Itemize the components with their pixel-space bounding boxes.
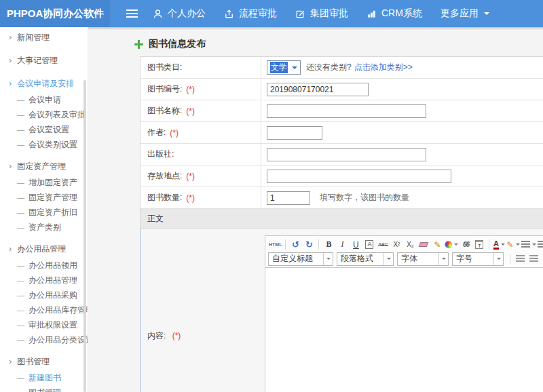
sidebar-item-meeting-category[interactable]: —会议类别设置 bbox=[0, 137, 88, 152]
chevron-right-icon: › bbox=[9, 32, 12, 42]
nav-item-more-apps[interactable]: 更多应用 bbox=[441, 7, 489, 20]
format-brush-icon[interactable]: ✎ bbox=[431, 239, 443, 251]
subscript-icon[interactable]: X₂ bbox=[404, 239, 416, 251]
dropdown-arrow-icon[interactable] bbox=[383, 253, 393, 265]
sidebar: ›新闻管理 ›大事记管理 ›会议申请及安排 —会议申请 —会议列表及审批 —会议… bbox=[0, 27, 88, 392]
dash-icon: — bbox=[17, 374, 24, 382]
font-family-dropdown[interactable]: 字体 bbox=[397, 252, 449, 266]
sidebar-group-meeting[interactable]: ›会议申请及安排 bbox=[0, 75, 88, 92]
sidebar-item-supplies-claim[interactable]: —办公用品领用 bbox=[0, 258, 88, 273]
top-bar: PHPOA协同办公软件 个人办公 流程审批 集团审批 bbox=[0, 0, 543, 27]
html-source-button[interactable]: HTML bbox=[269, 239, 282, 251]
paste-as-text-icon[interactable]: T bbox=[473, 239, 485, 251]
sidebar-item-meeting-apply[interactable]: —会议申请 bbox=[0, 92, 88, 107]
sidebar-item-supplies-manage[interactable]: —办公用品管理 bbox=[0, 273, 88, 288]
superscript-icon[interactable]: X² bbox=[390, 239, 402, 251]
select-arrow-icon bbox=[292, 66, 297, 72]
undo-icon[interactable]: ↺ bbox=[289, 239, 301, 251]
add-category-link[interactable]: 点击添加类别>> bbox=[354, 62, 413, 73]
toolbar-row-2: 自定义标题 段落格式 字体 字号 ∞ bbox=[268, 252, 543, 266]
nav-item-crm-system[interactable]: CRM系统 bbox=[367, 7, 422, 20]
chevron-right-icon: › bbox=[9, 78, 12, 88]
paragraph-format-dropdown[interactable]: 段落格式 bbox=[337, 252, 394, 266]
color-palette-icon[interactable] bbox=[445, 239, 458, 251]
sidebar-group-office-supplies[interactable]: ›办公用品管理 bbox=[0, 240, 88, 258]
sidebar-item-asset-category[interactable]: —资产类别 bbox=[0, 220, 88, 235]
dropdown-arrow-icon[interactable] bbox=[323, 253, 333, 265]
sidebar-item-book-manage[interactable]: —图书管理 bbox=[0, 385, 88, 392]
category-select[interactable]: 文学 bbox=[267, 60, 301, 75]
custom-heading-dropdown[interactable]: 自定义标题 bbox=[268, 252, 333, 266]
book-number-input[interactable] bbox=[267, 83, 369, 96]
font-color-icon[interactable]: A bbox=[493, 239, 505, 251]
dash-icon: — bbox=[17, 193, 24, 201]
ordered-list-icon[interactable] bbox=[521, 239, 536, 251]
book-name-input[interactable] bbox=[267, 104, 426, 118]
sidebar-group-fixed-assets[interactable]: ›固定资产管理 bbox=[0, 157, 88, 175]
sidebar-item-new-book[interactable]: —新建图书 bbox=[0, 370, 88, 385]
nav-item-group-approval[interactable]: 集团审批 bbox=[295, 7, 348, 20]
chevron-right-icon: › bbox=[9, 55, 12, 65]
char-border-icon[interactable]: A bbox=[363, 239, 375, 251]
highlight-pen-icon[interactable]: ✎ bbox=[506, 239, 519, 251]
category-note: 还没有类别? bbox=[306, 62, 352, 73]
dash-icon: — bbox=[17, 223, 24, 231]
strikethrough-icon[interactable]: ABC bbox=[377, 239, 389, 251]
hamburger-menu-icon[interactable] bbox=[126, 7, 138, 20]
dropdown-arrow-icon[interactable] bbox=[438, 253, 448, 265]
unordered-list-icon[interactable] bbox=[538, 239, 543, 251]
underline-icon[interactable]: U bbox=[350, 239, 362, 251]
blockquote-icon[interactable]: 66 bbox=[460, 239, 472, 251]
align-center-icon[interactable] bbox=[527, 253, 540, 265]
author-input[interactable] bbox=[267, 126, 322, 140]
italic-icon[interactable]: I bbox=[336, 239, 348, 251]
font-size-dropdown[interactable]: 字号 bbox=[452, 252, 504, 266]
field-label: 作者: bbox=[147, 127, 166, 138]
quantity-input[interactable] bbox=[267, 191, 310, 205]
table-row-book-name: 图书名称:(*) bbox=[141, 100, 543, 122]
table-row-category: 图书类目: 文学 还没有类别? 点击添加类别>> bbox=[141, 57, 543, 79]
dash-icon: — bbox=[17, 125, 24, 134]
redo-icon[interactable]: ↻ bbox=[303, 239, 315, 251]
toolbar-separator bbox=[510, 254, 510, 264]
content-editor-row: 内容: (*) HTML ↺ ↻ B I U bbox=[140, 229, 543, 392]
sidebar-item-approval-permission[interactable]: —审批权限设置 bbox=[0, 317, 88, 332]
sidebar-scrollbar[interactable] bbox=[83, 80, 86, 392]
bar-chart-icon bbox=[367, 9, 377, 19]
eraser-icon[interactable] bbox=[417, 239, 430, 251]
sidebar-item-supplies-stock[interactable]: —办公用品库存管理 bbox=[0, 302, 88, 317]
align-left-icon[interactable] bbox=[514, 253, 526, 265]
toolbar-separator bbox=[318, 239, 319, 250]
table-row-publisher: 出版社: bbox=[141, 144, 543, 165]
book-form: 图书类目: 文学 还没有类别? 点击添加类别>> 图书编号:(*) bbox=[140, 56, 543, 209]
toolbar-separator bbox=[489, 239, 489, 250]
dash-icon: — bbox=[17, 178, 24, 187]
sidebar-item-asset-manage[interactable]: —固定资产管理 bbox=[0, 190, 88, 205]
dash-icon: — bbox=[17, 208, 24, 216]
dash-icon: — bbox=[17, 291, 24, 299]
sidebar-item-asset-depreciation[interactable]: —固定资产折旧 bbox=[0, 205, 88, 220]
publisher-input[interactable] bbox=[267, 148, 426, 161]
storage-location-input[interactable] bbox=[267, 170, 451, 183]
dash-icon: — bbox=[17, 336, 24, 344]
sidebar-group-memorabilia[interactable]: ›大事记管理 bbox=[0, 52, 88, 69]
sidebar-item-supplies-purchase[interactable]: —办公用品采购 bbox=[0, 288, 88, 302]
nav-item-workflow-approval[interactable]: 流程审批 bbox=[224, 7, 277, 20]
required-mark: (*) bbox=[186, 85, 195, 94]
field-label: 图书类目: bbox=[147, 62, 182, 73]
nav-label: 更多应用 bbox=[441, 7, 479, 20]
dash-icon: — bbox=[17, 321, 24, 329]
sidebar-group-news[interactable]: ›新闻管理 bbox=[0, 28, 88, 46]
bold-icon[interactable]: B bbox=[322, 239, 335, 251]
editor-content-area[interactable] bbox=[265, 268, 543, 392]
sidebar-item-supplies-category[interactable]: —办公用品分类设置 bbox=[0, 332, 88, 347]
sidebar-item-meeting-list[interactable]: —会议列表及审批 bbox=[0, 107, 88, 122]
sidebar-item-add-asset[interactable]: —增加固定资产 bbox=[0, 175, 88, 190]
sidebar-item-meeting-room[interactable]: —会议室设置 bbox=[0, 122, 88, 137]
dash-icon: — bbox=[17, 261, 24, 269]
content-label: 内容: bbox=[147, 331, 166, 340]
field-label: 图书编号: bbox=[147, 83, 182, 95]
nav-item-personal-office[interactable]: 个人办公 bbox=[153, 7, 206, 20]
dropdown-arrow-icon[interactable] bbox=[493, 253, 503, 265]
sidebar-group-books[interactable]: ›图书管理 bbox=[0, 353, 88, 370]
